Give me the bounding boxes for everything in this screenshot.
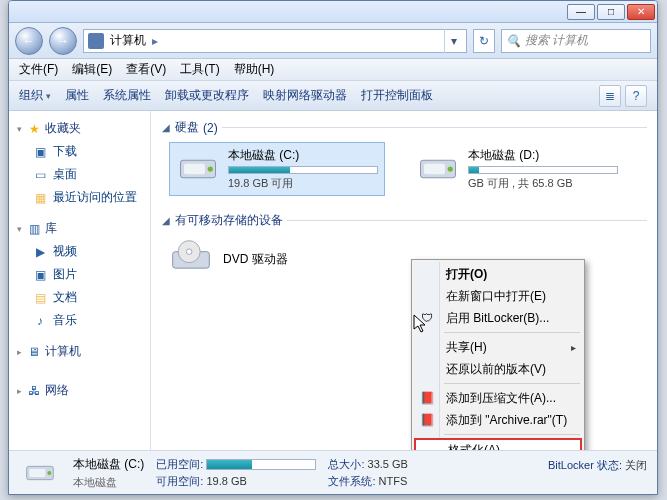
sidebar-item-downloads[interactable]: ▣ 下载 <box>9 140 150 163</box>
hdd-icon <box>416 147 460 191</box>
sidebar-item-label: 桌面 <box>53 166 77 183</box>
picture-icon: ▣ <box>33 268 47 282</box>
context-menu: 打开(O) 在新窗口中打开(E) 🛡 启用 BitLocker(B)... 共享… <box>411 259 585 450</box>
nav-forward-button[interactable]: → <box>49 27 77 55</box>
music-icon: ♪ <box>33 314 47 328</box>
view-mode-button[interactable]: ≣ <box>599 85 621 107</box>
svg-rect-1 <box>184 164 205 175</box>
status-bitlocker-value: 关闭 <box>625 459 647 471</box>
sidebar-item-label: 音乐 <box>53 312 77 329</box>
drive-d-name: 本地磁盘 (D:) <box>468 147 618 164</box>
svg-point-5 <box>448 166 453 171</box>
computer-icon: 🖥 <box>27 345 41 359</box>
sidebar-libraries[interactable]: ▾ ▥ 库 <box>9 217 150 240</box>
help-button[interactable]: ? <box>625 85 647 107</box>
nav-back-button[interactable]: ← <box>15 27 43 55</box>
menu-tools[interactable]: 工具(T) <box>180 61 219 78</box>
sidebar-item-recent[interactable]: ▦ 最近访问的位置 <box>9 186 150 209</box>
close-button[interactable]: ✕ <box>627 4 655 20</box>
ctx-share[interactable]: 共享(H) <box>414 336 582 358</box>
status-fs-value: NTFS <box>379 475 408 487</box>
chevron-down-icon: ▾ <box>15 224 23 234</box>
sidebar-item-label: 文档 <box>53 289 77 306</box>
drive-c-free: 19.8 GB 可用 <box>228 176 378 191</box>
refresh-button[interactable]: ↻ <box>473 29 495 53</box>
library-icon: ▥ <box>27 222 41 236</box>
menu-file[interactable]: 文件(F) <box>19 61 58 78</box>
status-drive-sub: 本地磁盘 <box>73 475 144 490</box>
minimize-button[interactable]: — <box>567 4 595 20</box>
ctx-open[interactable]: 打开(O) <box>414 263 582 285</box>
menu-edit[interactable]: 编辑(E) <box>72 61 112 78</box>
sidebar-libraries-label: 库 <box>45 220 57 237</box>
nav-row: ← → 计算机 ▸ ▾ ↻ 🔍 搜索 计算机 <box>9 23 657 59</box>
status-used-label: 已用空间: <box>156 458 203 470</box>
group-hdd-label: 硬盘 <box>175 119 199 136</box>
svg-rect-10 <box>29 469 45 477</box>
menu-view[interactable]: 查看(V) <box>126 61 166 78</box>
address-bar[interactable]: 计算机 ▸ ▾ <box>83 29 467 53</box>
drive-d[interactable]: 本地磁盘 (D:) GB 可用 , 共 65.8 GB <box>409 142 625 196</box>
ctx-open-new-window[interactable]: 在新窗口中打开(E) <box>414 285 582 307</box>
dvd-drive-icon <box>169 237 213 281</box>
ctx-format[interactable]: 格式化(A)... <box>414 438 582 450</box>
chevron-down-icon: ▾ <box>15 124 23 134</box>
body: ▾ ★ 收藏夹 ▣ 下载 ▭ 桌面 ▦ 最近访问的位置 ▾ ▥ 库 <box>9 111 657 450</box>
sidebar-computer[interactable]: ▸ 🖥 计算机 <box>9 340 150 363</box>
desktop-icon: ▭ <box>33 168 47 182</box>
titlebar: — □ ✕ <box>9 1 657 23</box>
drive-c[interactable]: 本地磁盘 (C:) 19.8 GB 可用 <box>169 142 385 196</box>
toolbar-system-properties[interactable]: 系统属性 <box>103 87 151 104</box>
sidebar-favorites[interactable]: ▾ ★ 收藏夹 <box>9 117 150 140</box>
maximize-button[interactable]: □ <box>597 4 625 20</box>
group-hdd-count: (2) <box>203 121 218 135</box>
svg-point-11 <box>47 471 51 475</box>
toolbar-map-drive[interactable]: 映射网络驱动器 <box>263 87 347 104</box>
sidebar-item-documents[interactable]: ▤ 文档 <box>9 286 150 309</box>
sidebar-computer-label: 计算机 <box>45 343 81 360</box>
status-bitlocker-label: BitLocker 状态: <box>548 459 622 471</box>
sidebar: ▾ ★ 收藏夹 ▣ 下载 ▭ 桌面 ▦ 最近访问的位置 ▾ ▥ 库 <box>9 111 151 450</box>
toolbar-properties[interactable]: 属性 <box>65 87 89 104</box>
svg-point-8 <box>186 249 192 255</box>
menu-bar: 文件(F) 编辑(E) 查看(V) 工具(T) 帮助(H) <box>9 59 657 81</box>
group-removable-label: 有可移动存储的设备 <box>175 212 283 229</box>
toolbar-uninstall[interactable]: 卸载或更改程序 <box>165 87 249 104</box>
drive-d-free: GB 可用 , 共 65.8 GB <box>468 176 618 191</box>
search-icon: 🔍 <box>506 34 521 48</box>
address-separator-icon: ▸ <box>152 34 158 48</box>
sidebar-item-label: 下载 <box>53 143 77 160</box>
collapse-icon: ◢ <box>161 215 171 226</box>
address-dropdown-button[interactable]: ▾ <box>444 29 462 53</box>
sidebar-item-desktop[interactable]: ▭ 桌面 <box>9 163 150 186</box>
toolbar-organize[interactable]: 组织 <box>19 87 51 104</box>
ctx-add-to-named-archive[interactable]: 📕 添加到 "Archive.rar"(T) <box>414 409 582 431</box>
hdd-icon <box>176 147 220 191</box>
sidebar-network-label: 网络 <box>45 382 69 399</box>
group-hdd[interactable]: ◢ 硬盘 (2) <box>161 117 647 140</box>
sidebar-item-label: 图片 <box>53 266 77 283</box>
video-icon: ▶ <box>33 245 47 259</box>
sidebar-network[interactable]: ▸ 🖧 网络 <box>9 379 150 402</box>
ctx-restore-previous[interactable]: 还原以前的版本(V) <box>414 358 582 380</box>
search-input[interactable]: 🔍 搜索 计算机 <box>501 29 651 53</box>
rar-icon: 📕 <box>419 390 435 406</box>
shield-icon: 🛡 <box>419 310 435 326</box>
toolbar: 组织 属性 系统属性 卸载或更改程序 映射网络驱动器 打开控制面板 ≣ ? <box>9 81 657 111</box>
sidebar-item-music[interactable]: ♪ 音乐 <box>9 309 150 332</box>
dvd-drive-label[interactable]: DVD 驱动器 <box>223 251 288 268</box>
group-removable[interactable]: ◢ 有可移动存储的设备 <box>161 210 647 233</box>
toolbar-control-panel[interactable]: 打开控制面板 <box>361 87 433 104</box>
sidebar-favorites-label: 收藏夹 <box>45 120 81 137</box>
status-drive-name: 本地磁盘 (C:) <box>73 456 144 473</box>
collapse-icon: ◢ <box>161 122 171 133</box>
ctx-add-to-archive[interactable]: 📕 添加到压缩文件(A)... <box>414 387 582 409</box>
ctx-bitlocker[interactable]: 🛡 启用 BitLocker(B)... <box>414 307 582 329</box>
sidebar-item-pictures[interactable]: ▣ 图片 <box>9 263 150 286</box>
menu-help[interactable]: 帮助(H) <box>234 61 275 78</box>
explorer-window: — □ ✕ ← → 计算机 ▸ ▾ ↻ 🔍 搜索 计算机 文件(F) 编辑(E)… <box>8 0 658 495</box>
main-pane: ◢ 硬盘 (2) 本地磁盘 (C:) 19.8 GB 可用 <box>151 111 657 450</box>
download-icon: ▣ <box>33 145 47 159</box>
svg-point-2 <box>208 166 213 171</box>
sidebar-item-videos[interactable]: ▶ 视频 <box>9 240 150 263</box>
